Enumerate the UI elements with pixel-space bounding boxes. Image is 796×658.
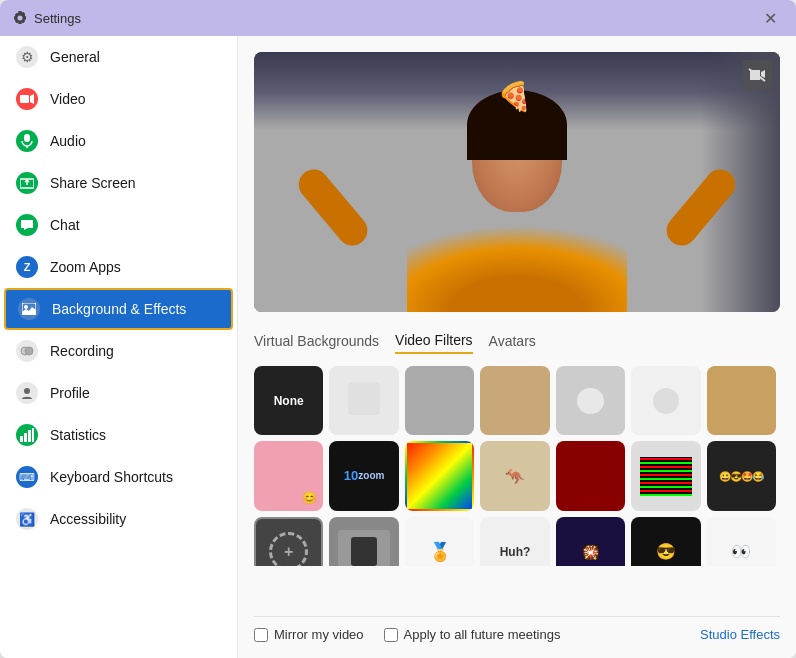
sidebar-label-background-effects: Background & Effects [52, 301, 186, 317]
checkboxes-group: Mirror my video Apply to all future meet… [254, 627, 560, 642]
mirror-video-checkbox[interactable]: Mirror my video [254, 627, 364, 642]
svg-point-9 [25, 347, 33, 355]
tab-virtual-backgrounds[interactable]: Virtual Backgrounds [254, 329, 379, 353]
sidebar-item-general[interactable]: ⚙ General [0, 36, 237, 78]
general-icon: ⚙ [16, 46, 38, 68]
tab-video-filters[interactable]: Video Filters [395, 328, 473, 354]
filter-gray1[interactable] [405, 366, 474, 435]
sidebar-label-profile: Profile [50, 385, 90, 401]
window-title: Settings [12, 10, 81, 26]
filter-ribbon[interactable]: 🏅 [405, 517, 474, 566]
main-panel: 🍕 Virtual Backgrounds Video Filters Avat… [238, 36, 796, 658]
svg-rect-13 [28, 430, 31, 442]
audio-icon [16, 130, 38, 152]
svg-rect-12 [24, 433, 27, 442]
profile-icon [16, 382, 38, 404]
filter-colorful[interactable] [405, 441, 474, 510]
svg-point-10 [24, 388, 30, 394]
sidebar-item-audio[interactable]: Audio [0, 120, 237, 162]
content-area: ⚙ General Video Audio Share Screen [0, 36, 796, 658]
keyboard-shortcuts-icon: ⌨ [16, 466, 38, 488]
apply-future-checkbox[interactable]: Apply to all future meetings [384, 627, 561, 642]
accessibility-icon: ♿ [16, 508, 38, 530]
svg-rect-11 [20, 436, 23, 442]
filter-warmtan[interactable] [707, 366, 776, 435]
zoom-apps-icon: Z [16, 256, 38, 278]
sidebar-item-share-screen[interactable]: Share Screen [0, 162, 237, 204]
gear-icon [12, 10, 28, 26]
camera-toggle-button[interactable] [742, 60, 772, 90]
filter-curtain[interactable] [556, 441, 625, 510]
tabs-row: Virtual Backgrounds Video Filters Avatar… [254, 328, 780, 354]
sidebar-label-share-screen: Share Screen [50, 175, 136, 191]
share-screen-icon [16, 172, 38, 194]
filter-lights[interactable]: 🎇 [556, 517, 625, 566]
statistics-icon [16, 424, 38, 446]
filter-huh[interactable]: Huh? [480, 517, 549, 566]
filter-10zoom[interactable]: 10 zoom [329, 441, 398, 510]
sidebar-label-zoom-apps: Zoom Apps [50, 259, 121, 275]
close-button[interactable]: ✕ [756, 4, 784, 32]
svg-rect-0 [20, 95, 29, 103]
filter-none[interactable]: None [254, 366, 323, 435]
apply-future-label: Apply to all future meetings [404, 627, 561, 642]
sidebar-item-chat[interactable]: Chat [0, 204, 237, 246]
sidebar-item-background-effects[interactable]: Background & Effects [4, 288, 233, 330]
filters-grid-wrapper: None 😊 [254, 366, 780, 608]
sidebar-item-keyboard-shortcuts[interactable]: ⌨ Keyboard Shortcuts [0, 456, 237, 498]
mirror-video-label: Mirror my video [274, 627, 364, 642]
video-icon [16, 88, 38, 110]
filter-tan[interactable] [480, 366, 549, 435]
filter-pink[interactable]: 😊 [254, 441, 323, 510]
sidebar-item-accessibility[interactable]: ♿ Accessibility [0, 498, 237, 540]
filter-kangaroo[interactable]: 🦘 [480, 441, 549, 510]
filter-emoji-border[interactable]: 😀😎🤩😂 [707, 441, 776, 510]
sidebar-item-statistics[interactable]: Statistics [0, 414, 237, 456]
video-preview: 🍕 [254, 52, 780, 312]
sidebar: ⚙ General Video Audio Share Screen [0, 36, 238, 658]
studio-effects-button[interactable]: Studio Effects [700, 627, 780, 642]
filter-circle-border[interactable]: + [254, 517, 323, 566]
svg-marker-1 [30, 94, 34, 104]
apply-future-input[interactable] [384, 628, 398, 642]
filter-lightgray[interactable] [556, 366, 625, 435]
sidebar-label-audio: Audio [50, 133, 86, 149]
filter-white1[interactable] [329, 366, 398, 435]
filters-grid: None 😊 [254, 366, 780, 566]
sidebar-item-profile[interactable]: Profile [0, 372, 237, 414]
sidebar-label-general: General [50, 49, 100, 65]
svg-rect-2 [24, 134, 30, 142]
sidebar-label-video: Video [50, 91, 86, 107]
sidebar-label-keyboard-shortcuts: Keyboard Shortcuts [50, 469, 173, 485]
filter-sunglasses[interactable]: 😎 [631, 517, 700, 566]
tab-avatars[interactable]: Avatars [489, 329, 536, 353]
titlebar: Settings ✕ [0, 0, 796, 36]
chat-icon [16, 214, 38, 236]
filter-tv[interactable] [631, 441, 700, 510]
filter-white2[interactable] [631, 366, 700, 435]
background-effects-icon [18, 298, 40, 320]
sidebar-item-zoom-apps[interactable]: Z Zoom Apps [0, 246, 237, 288]
sidebar-label-chat: Chat [50, 217, 80, 233]
sidebar-label-recording: Recording [50, 343, 114, 359]
svg-rect-14 [32, 428, 34, 442]
sidebar-label-accessibility: Accessibility [50, 511, 126, 527]
sidebar-item-recording[interactable]: Recording [0, 330, 237, 372]
bottom-bar: Mirror my video Apply to all future meet… [254, 616, 780, 642]
svg-point-7 [24, 305, 28, 309]
sidebar-item-video[interactable]: Video [0, 78, 237, 120]
pizza-filter-overlay: 🍕 [497, 80, 532, 113]
mirror-video-input[interactable] [254, 628, 268, 642]
recording-icon [16, 340, 38, 362]
settings-window: Settings ✕ ⚙ General Video Audio [0, 0, 796, 658]
filter-microwave[interactable] [329, 517, 398, 566]
filter-eyes[interactable]: 👀 [707, 517, 776, 566]
sidebar-label-statistics: Statistics [50, 427, 106, 443]
